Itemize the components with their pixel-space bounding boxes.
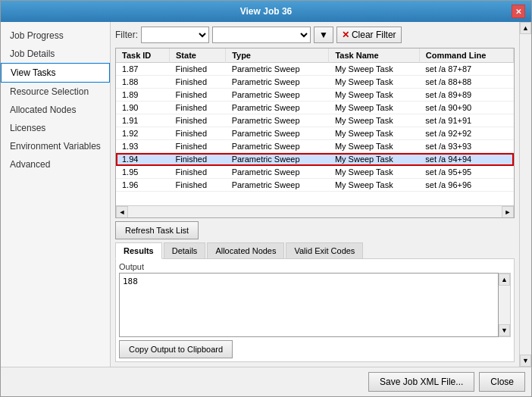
table-cell-type: Parametric Sweep bbox=[226, 166, 329, 179]
output-textarea[interactable]: 188 bbox=[119, 273, 499, 337]
table-cell-cmd: set /a 94+94 bbox=[419, 153, 513, 166]
sidebar-item-environment-variables[interactable]: Environment Variables bbox=[1, 137, 110, 155]
footer: Save Job XML File... Close bbox=[1, 367, 531, 396]
clear-filter-button[interactable]: ✕ Clear Filter bbox=[336, 27, 402, 43]
table-cell-name: My Sweep Task bbox=[329, 76, 419, 89]
window-body: Job Progress Job Details View Tasks Reso… bbox=[1, 22, 531, 367]
sidebar-item-view-tasks[interactable]: View Tasks bbox=[1, 63, 110, 83]
table-cell-type: Parametric Sweep bbox=[226, 140, 329, 153]
tasks-table: Task ID State Type Task Name Command Lin… bbox=[116, 48, 514, 192]
table-cell-name: My Sweep Task bbox=[329, 127, 419, 140]
h-scroll-left-arrow[interactable]: ◄ bbox=[116, 206, 128, 218]
filter-value-select[interactable] bbox=[212, 27, 311, 43]
table-cell-state: Finished bbox=[170, 102, 226, 114]
table-cell-name: My Sweep Task bbox=[329, 166, 419, 179]
tab-valid-exit-codes[interactable]: Valid Exit Codes bbox=[286, 242, 363, 258]
table-row[interactable]: 1.91FinishedParametric SweepMy Sweep Tas… bbox=[116, 114, 514, 127]
output-scroll-down-arrow[interactable]: ▼ bbox=[499, 324, 510, 336]
refresh-task-list-button[interactable]: Refresh Task List bbox=[115, 221, 199, 239]
sidebar-item-licenses[interactable]: Licenses bbox=[1, 119, 110, 137]
table-row[interactable]: 1.88FinishedParametric SweepMy Sweep Tas… bbox=[116, 76, 514, 89]
table-cell-state: Finished bbox=[170, 153, 226, 166]
main-window: View Job 36 ✕ Job Progress Job Details V… bbox=[0, 0, 532, 397]
table-cell-id: 1.91 bbox=[116, 114, 170, 127]
table-row[interactable]: 1.96FinishedParametric SweepMy Sweep Tas… bbox=[116, 179, 514, 192]
table-cell-state: Finished bbox=[170, 140, 226, 153]
filter-bar: Filter: ▼ ✕ Clear Filter bbox=[115, 27, 515, 43]
save-job-xml-button[interactable]: Save Job XML File... bbox=[368, 372, 474, 392]
close-icon[interactable]: ✕ bbox=[512, 5, 525, 18]
table-cell-id: 1.88 bbox=[116, 76, 170, 89]
table-cell-type: Parametric Sweep bbox=[226, 89, 329, 102]
table-row[interactable]: 1.93FinishedParametric SweepMy Sweep Tas… bbox=[116, 140, 514, 153]
table-cell-type: Parametric Sweep bbox=[226, 153, 329, 166]
table-cell-type: Parametric Sweep bbox=[226, 63, 329, 76]
main-scrollbar: ▲ ▼ bbox=[519, 22, 531, 367]
sidebar-item-job-progress[interactable]: Job Progress bbox=[1, 27, 110, 45]
table-cell-id: 1.96 bbox=[116, 179, 170, 192]
close-button[interactable]: Close bbox=[479, 372, 525, 392]
window-title: View Job 36 bbox=[20, 6, 512, 17]
table-cell-type: Parametric Sweep bbox=[226, 114, 329, 127]
table-cell-cmd: set /a 96+96 bbox=[419, 179, 513, 192]
results-panel: Output 188 ▲ ▼ Copy Output to Clipboard bbox=[115, 259, 515, 362]
sidebar-item-allocated-nodes[interactable]: Allocated Nodes bbox=[1, 101, 110, 119]
filter-label: Filter: bbox=[115, 30, 138, 40]
table-cell-cmd: set /a 93+93 bbox=[419, 140, 513, 153]
table-cell-cmd: set /a 88+88 bbox=[419, 76, 513, 89]
table-cell-id: 1.95 bbox=[116, 166, 170, 179]
table-cell-name: My Sweep Task bbox=[329, 114, 419, 127]
main-scroll-down-arrow[interactable]: ▼ bbox=[520, 355, 531, 367]
col-task-id: Task ID bbox=[116, 48, 170, 63]
filter-icon: ▼ bbox=[319, 30, 328, 40]
table-cell-name: My Sweep Task bbox=[329, 179, 419, 192]
sidebar-item-advanced[interactable]: Advanced bbox=[1, 155, 110, 173]
table-row[interactable]: 1.89FinishedParametric SweepMy Sweep Tas… bbox=[116, 89, 514, 102]
table-cell-state: Finished bbox=[170, 127, 226, 140]
sidebar: Job Progress Job Details View Tasks Reso… bbox=[1, 22, 111, 367]
table-row[interactable]: 1.95FinishedParametric SweepMy Sweep Tas… bbox=[116, 166, 514, 179]
col-state: State bbox=[170, 48, 226, 63]
filter-apply-button[interactable]: ▼ bbox=[314, 27, 333, 43]
table-cell-name: My Sweep Task bbox=[329, 153, 419, 166]
table-row[interactable]: 1.90FinishedParametric SweepMy Sweep Tas… bbox=[116, 102, 514, 114]
output-scrollbar: ▲ ▼ bbox=[499, 273, 511, 337]
table-cell-state: Finished bbox=[170, 63, 226, 76]
table-row[interactable]: 1.87FinishedParametric SweepMy Sweep Tas… bbox=[116, 63, 514, 76]
table-row[interactable]: 1.94FinishedParametric SweepMy Sweep Tas… bbox=[116, 153, 514, 166]
output-scroll-up-arrow[interactable]: ▲ bbox=[499, 274, 510, 286]
table-cell-name: My Sweep Task bbox=[329, 63, 419, 76]
table-cell-id: 1.90 bbox=[116, 102, 170, 114]
tabs-bar: Results Details Allocated Nodes Valid Ex… bbox=[115, 242, 515, 259]
col-command-line: Command Line bbox=[419, 48, 513, 63]
table-cell-cmd: set /a 95+95 bbox=[419, 166, 513, 179]
table-cell-state: Finished bbox=[170, 179, 226, 192]
horizontal-scrollbar: ◄ ► bbox=[116, 205, 514, 217]
table-cell-id: 1.94 bbox=[116, 153, 170, 166]
h-scroll-track[interactable] bbox=[128, 206, 502, 217]
col-task-name: Task Name bbox=[329, 48, 419, 63]
table-cell-cmd: set /a 92+92 bbox=[419, 127, 513, 140]
table-cell-cmd: set /a 89+89 bbox=[419, 89, 513, 102]
sidebar-item-resource-selection[interactable]: Resource Selection bbox=[1, 83, 110, 101]
output-label: Output bbox=[119, 262, 511, 271]
sidebar-item-job-details[interactable]: Job Details bbox=[1, 45, 110, 63]
main-scroll-up-arrow[interactable]: ▲ bbox=[520, 22, 531, 34]
table-row[interactable]: 1.92FinishedParametric SweepMy Sweep Tas… bbox=[116, 127, 514, 140]
filter-field-select[interactable] bbox=[141, 27, 209, 43]
copy-output-button[interactable]: Copy Output to Clipboard bbox=[119, 340, 233, 358]
tab-allocated-nodes[interactable]: Allocated Nodes bbox=[207, 242, 284, 258]
table-cell-id: 1.92 bbox=[116, 127, 170, 140]
tab-results[interactable]: Results bbox=[115, 242, 162, 259]
tab-details[interactable]: Details bbox=[164, 242, 206, 258]
table-cell-type: Parametric Sweep bbox=[226, 102, 329, 114]
table-cell-cmd: set /a 90+90 bbox=[419, 102, 513, 114]
col-type: Type bbox=[226, 48, 329, 63]
title-bar: View Job 36 ✕ bbox=[1, 1, 531, 22]
tasks-table-scroll[interactable]: Task ID State Type Task Name Command Lin… bbox=[116, 48, 514, 205]
h-scroll-right-arrow[interactable]: ► bbox=[502, 206, 514, 218]
table-cell-id: 1.89 bbox=[116, 89, 170, 102]
table-cell-name: My Sweep Task bbox=[329, 140, 419, 153]
main-scroll-track bbox=[520, 34, 531, 355]
table-cell-type: Parametric Sweep bbox=[226, 179, 329, 192]
